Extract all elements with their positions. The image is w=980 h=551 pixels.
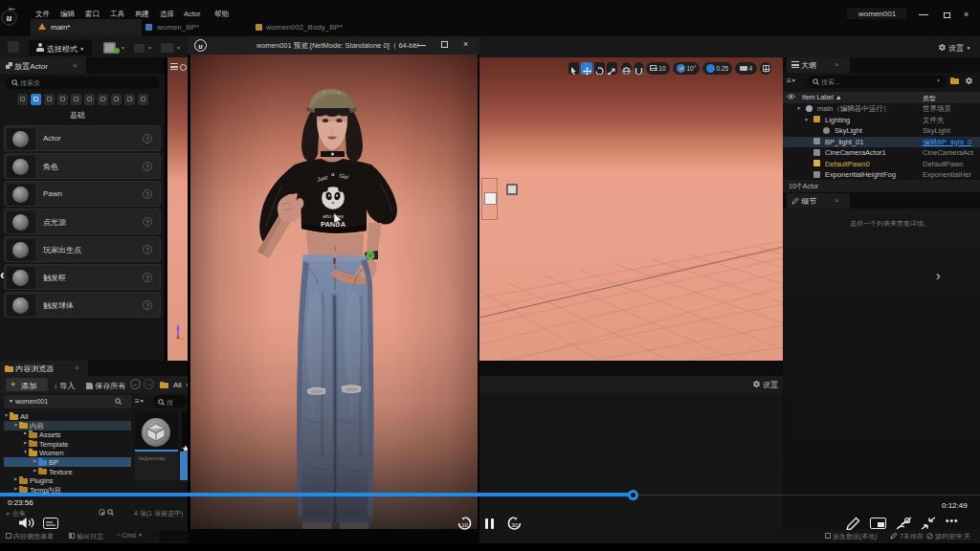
svg-text:30: 30 [511,522,518,528]
svg-text:u: u [7,12,12,23]
svg-text:u: u [198,42,203,51]
svg-text:10: 10 [461,522,468,528]
